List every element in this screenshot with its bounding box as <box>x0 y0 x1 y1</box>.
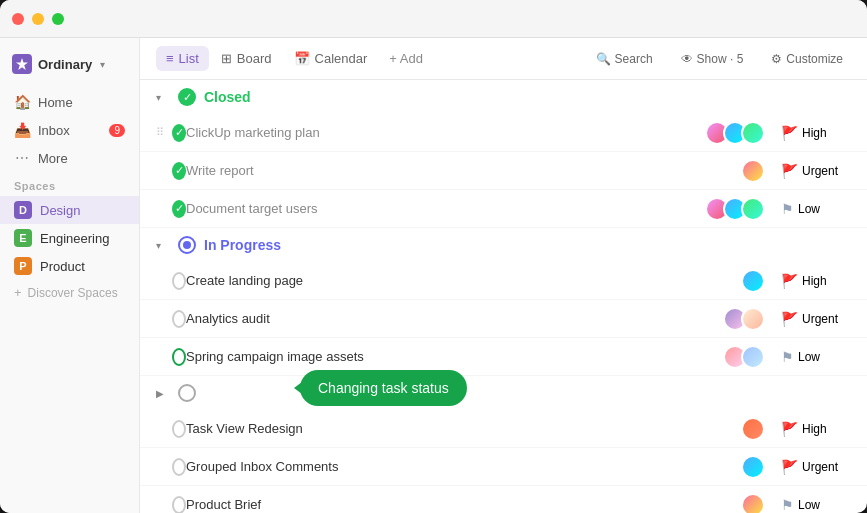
group-toggle-closed: ▾ <box>156 92 170 103</box>
task-status-done[interactable]: ✓ <box>172 124 186 142</box>
priority-flag-icon: 🚩 <box>781 125 798 141</box>
show-label: Show · 5 <box>697 52 744 66</box>
progress-status-label: In Progress <box>204 237 281 253</box>
task-list: ▾ ✓ Closed ⠿ ✓ ClickUp marketing plan <box>140 80 867 513</box>
nav-home[interactable]: 🏠 Home <box>0 88 139 116</box>
drag-handle: ⠿ <box>156 126 164 139</box>
priority-label: High <box>802 126 827 140</box>
discover-spaces[interactable]: + Discover Spaces <box>0 280 139 305</box>
task-assignees <box>705 197 765 221</box>
customize-button[interactable]: ⚙ Customize <box>763 48 851 70</box>
priority-flag-icon: 🚩 <box>781 163 798 179</box>
table-row[interactable]: ⠿ ✓ Write report 🚩 Urgent <box>140 152 867 190</box>
task-name: Product Brief <box>186 497 741 512</box>
closed-status-icon: ✓ <box>178 88 196 106</box>
avatar <box>741 455 765 479</box>
sidebar-item-product[interactable]: P Product <box>0 252 139 280</box>
task-status-done[interactable]: ✓ <box>172 162 186 180</box>
task-select-area: ⠿ ✓ <box>156 124 186 142</box>
task-status-todo[interactable] <box>172 496 186 514</box>
group-header-closed[interactable]: ▾ ✓ Closed <box>140 80 867 114</box>
priority-flag-icon: 🚩 <box>781 273 798 289</box>
task-select-area: ⠿ ✓ <box>156 200 186 218</box>
task-status-todo[interactable] <box>172 348 186 366</box>
show-button[interactable]: 👁 Show · 5 <box>673 48 752 70</box>
task-priority: ⚑ Low <box>781 349 851 365</box>
calendar-icon: 📅 <box>294 51 310 66</box>
inbox-icon: 📥 <box>14 122 30 138</box>
table-row[interactable]: ⠿ Product Brief ⚑ Low <box>140 486 867 513</box>
add-view-label: + Add <box>389 51 423 66</box>
task-status-todo[interactable] <box>172 310 186 328</box>
table-row[interactable]: ⠿ Task View Redesign 🚩 High <box>140 410 867 448</box>
maximize-button[interactable] <box>52 13 64 25</box>
priority-flag-icon: ⚑ <box>781 349 794 365</box>
group-toggle-todo: ▶ <box>156 388 170 399</box>
task-name: ClickUp marketing plan <box>186 125 705 140</box>
task-assignees <box>723 307 765 331</box>
task-status-done[interactable]: ✓ <box>172 200 186 218</box>
customize-label: Customize <box>786 52 843 66</box>
sidebar-item-engineering[interactable]: E Engineering <box>0 224 139 252</box>
view-tabs: ≡ List ⊞ Board 📅 Calendar + Add <box>156 46 433 71</box>
nav-inbox[interactable]: 📥 Inbox 9 <box>0 116 139 144</box>
task-assignees <box>705 121 765 145</box>
task-select-area: ⠿ <box>156 458 186 476</box>
minimize-button[interactable] <box>32 13 44 25</box>
group-toggle-progress: ▾ <box>156 240 170 251</box>
content-header: ≡ List ⊞ Board 📅 Calendar + Add <box>140 38 867 80</box>
task-select-area: ⠿ ✓ <box>156 162 186 180</box>
task-assignees <box>741 455 765 479</box>
tab-calendar[interactable]: 📅 Calendar <box>284 46 378 71</box>
workspace-icon <box>12 54 32 74</box>
priority-label: High <box>802 274 827 288</box>
search-icon: 🔍 <box>596 52 611 66</box>
search-button[interactable]: 🔍 Search <box>588 48 661 70</box>
board-icon: ⊞ <box>221 51 232 66</box>
table-row[interactable]: ⠿ ✓ ClickUp marketing plan 🚩 High <box>140 114 867 152</box>
table-row[interactable]: ⠿ Grouped Inbox Comments 🚩 Urgent <box>140 448 867 486</box>
app-window: Ordinary ▾ 🏠 Home 📥 Inbox 9 ⋯ More Space… <box>0 0 867 513</box>
content-area: ≡ List ⊞ Board 📅 Calendar + Add <box>140 38 867 513</box>
priority-flag-icon: 🚩 <box>781 311 798 327</box>
group-header-todo[interactable]: ▶ <box>140 376 867 410</box>
workspace-chevron: ▾ <box>100 59 105 70</box>
show-icon: 👁 <box>681 52 693 66</box>
home-icon: 🏠 <box>14 94 30 110</box>
task-priority: 🚩 Urgent <box>781 163 851 179</box>
tab-board[interactable]: ⊞ Board <box>211 46 282 71</box>
avatar <box>741 197 765 221</box>
task-select-area: ⠿ <box>156 420 186 438</box>
nav-home-label: Home <box>38 95 73 110</box>
task-status-todo[interactable] <box>172 420 186 438</box>
tab-calendar-label: Calendar <box>315 51 368 66</box>
close-button[interactable] <box>12 13 24 25</box>
nav-inbox-label: Inbox <box>38 123 70 138</box>
task-select-area: ⠿ <box>156 348 186 366</box>
avatar <box>741 307 765 331</box>
task-priority: ⚑ Low <box>781 201 851 217</box>
task-name: Document target users <box>186 201 705 216</box>
task-priority: 🚩 Urgent <box>781 459 851 475</box>
task-priority: 🚩 High <box>781 273 851 289</box>
discover-spaces-label: Discover Spaces <box>28 286 118 300</box>
priority-label: Low <box>798 202 820 216</box>
group-header-in-progress[interactable]: ▾ In Progress <box>140 228 867 262</box>
task-name: Write report <box>186 163 741 178</box>
sidebar-item-design[interactable]: D Design <box>0 196 139 224</box>
task-status-todo[interactable] <box>172 458 186 476</box>
spaces-label: Spaces <box>0 172 139 196</box>
task-priority: 🚩 High <box>781 421 851 437</box>
closed-status-label: Closed <box>204 89 251 105</box>
table-row[interactable]: ⠿ ✓ Document target users ⚑ Low <box>140 190 867 228</box>
nav-more[interactable]: ⋯ More <box>0 144 139 172</box>
tab-list[interactable]: ≡ List <box>156 46 209 71</box>
tab-list-label: List <box>179 51 199 66</box>
table-row[interactable]: ⠿ Spring campaign image assets ⚑ Low Cha… <box>140 338 867 376</box>
engineering-label: Engineering <box>40 231 109 246</box>
table-row[interactable]: ⠿ Create landing page 🚩 High <box>140 262 867 300</box>
table-row[interactable]: ⠿ Analytics audit 🚩 Urgent <box>140 300 867 338</box>
add-view-button[interactable]: + Add <box>379 46 433 71</box>
workspace-header[interactable]: Ordinary ▾ <box>0 48 139 80</box>
task-status-todo[interactable] <box>172 272 186 290</box>
